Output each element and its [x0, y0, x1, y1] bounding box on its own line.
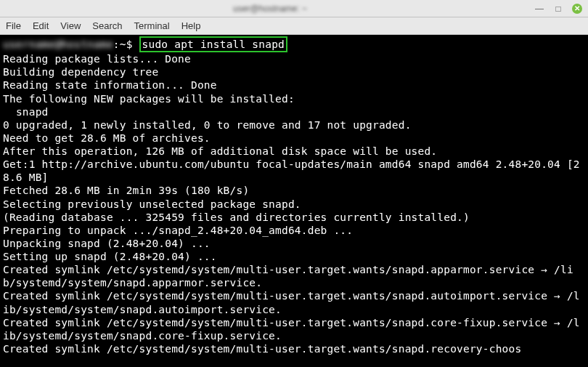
output-line: (Reading database ... 325459 files and d… [3, 211, 585, 224]
output-line: The following NEW packages will be insta… [3, 92, 585, 105]
output-line: Fetched 28.6 MB in 2min 39s (180 kB/s) [3, 184, 585, 197]
output-line: Reading state information... Done [3, 78, 585, 92]
titlebar: user@hostname: ~ — □ ✕ [0, 0, 588, 17]
output-line: Selecting previously unselected package … [3, 198, 585, 211]
menu-edit[interactable]: Edit [33, 20, 49, 31]
output-line: Unpacking snapd (2.48+20.04) ... [3, 237, 585, 250]
terminal-output: Reading package lists... DoneBuilding de… [3, 52, 585, 355]
window-title: user@hostname: ~ [6, 4, 534, 14]
menu-view[interactable]: View [60, 20, 81, 31]
menubar: File Edit View Search Terminal Help [0, 17, 588, 35]
output-line: Building dependency tree [3, 65, 585, 78]
output-line: Preparing to unpack .../snapd_2.48+20.04… [3, 224, 585, 237]
prompt-userhost: username@hostname [3, 39, 113, 50]
window-controls: — □ ✕ [534, 4, 582, 14]
output-line: Get:1 http://archive.ubuntu.com/ubuntu f… [3, 158, 585, 184]
menu-help[interactable]: Help [181, 20, 201, 31]
output-line: Created symlink /etc/systemd/system/mult… [3, 316, 585, 342]
output-line: Created symlink /etc/systemd/system/mult… [3, 289, 585, 315]
output-line: snapd [3, 105, 585, 118]
terminal-output-area[interactable]: username@hostname:~$ sudo apt install sn… [0, 35, 588, 367]
output-line: Setting up snapd (2.48+20.04) ... [3, 250, 585, 263]
output-line: Reading package lists... Done [3, 52, 585, 65]
prompt-path: :~$ [113, 39, 133, 50]
menu-terminal[interactable]: Terminal [134, 20, 170, 31]
output-line: Created symlink /etc/systemd/system/mult… [3, 342, 585, 355]
output-line: Created symlink /etc/systemd/system/mult… [3, 263, 585, 289]
close-button[interactable]: ✕ [572, 4, 582, 14]
maximize-button[interactable]: □ [553, 4, 563, 14]
menu-file[interactable]: File [6, 20, 21, 31]
command-highlight: sudo apt install snapd [139, 36, 287, 52]
minimize-button[interactable]: — [534, 4, 544, 14]
menu-search[interactable]: Search [92, 20, 122, 31]
prompt-line: username@hostname:~$ sudo apt install sn… [3, 36, 585, 52]
output-line: Need to get 28.6 MB of archives. [3, 132, 585, 145]
output-line: 0 upgraded, 1 newly installed, 0 to remo… [3, 118, 585, 132]
output-line: After this operation, 126 MB of addition… [3, 145, 585, 158]
